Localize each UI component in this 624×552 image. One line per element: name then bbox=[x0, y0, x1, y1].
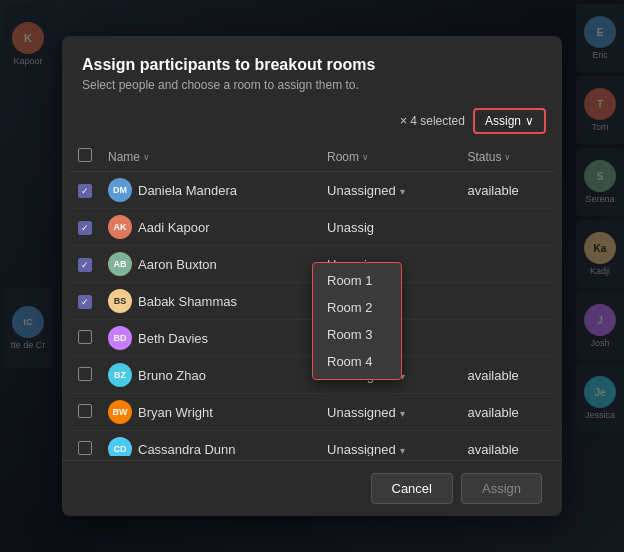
row-checkbox-cell bbox=[70, 209, 100, 246]
header-checkbox-cell bbox=[70, 142, 100, 172]
dialog-footer: Cancel Assign bbox=[62, 460, 562, 516]
assign-dialog: Assign participants to breakout rooms Se… bbox=[62, 36, 562, 516]
row-checkbox-cell bbox=[70, 246, 100, 283]
dialog-title: Assign participants to breakout rooms bbox=[82, 56, 542, 74]
person-avatar: AK bbox=[108, 215, 132, 239]
table-row: CDCassandra DunnUnassigned ▾available bbox=[70, 431, 554, 457]
row-name-cell: BDBeth Davies bbox=[100, 320, 319, 357]
row-checkbox-2[interactable] bbox=[78, 258, 92, 272]
header-room: Room ∨ bbox=[319, 142, 459, 172]
row-status-cell: available bbox=[459, 172, 554, 209]
assign-top-label: Assign bbox=[485, 114, 521, 128]
participants-table-container: Name ∨ Room ∨ Status bbox=[62, 142, 562, 456]
table-row: BWBryan WrightUnassigned ▾available bbox=[70, 394, 554, 431]
row-checkbox-cell bbox=[70, 357, 100, 394]
row-status-cell bbox=[459, 283, 554, 320]
status-sort-icon: ∨ bbox=[504, 152, 511, 162]
row-checkbox-7[interactable] bbox=[78, 441, 92, 455]
room-dropdown-indicator: ▾ bbox=[398, 408, 406, 419]
dialog-subtitle: Select people and choose a room to assig… bbox=[82, 78, 542, 92]
person-avatar: BW bbox=[108, 400, 132, 424]
person-name: Aadi Kapoor bbox=[138, 220, 210, 235]
room-option-2[interactable]: Room 2 bbox=[313, 294, 401, 321]
dialog-backdrop: Assign participants to breakout rooms Se… bbox=[0, 0, 624, 552]
row-name-cell: AKAadi Kapoor bbox=[100, 209, 319, 246]
person-name: Beth Davies bbox=[138, 331, 208, 346]
row-checkbox-cell bbox=[70, 394, 100, 431]
row-name-cell: BSBabak Shammas bbox=[100, 283, 319, 320]
row-checkbox-cell bbox=[70, 172, 100, 209]
cancel-button[interactable]: Cancel bbox=[371, 473, 453, 504]
row-room-cell[interactable]: Unassigned ▾ bbox=[319, 394, 459, 431]
person-name: Daniela Mandera bbox=[138, 183, 237, 198]
row-status-cell bbox=[459, 246, 554, 283]
person-avatar: AB bbox=[108, 252, 132, 276]
row-room-cell[interactable]: Unassigned ▾ bbox=[319, 172, 459, 209]
room-dropdown-indicator: ▾ bbox=[398, 445, 406, 456]
row-room-cell[interactable]: Unassig bbox=[319, 209, 459, 246]
row-checkbox-3[interactable] bbox=[78, 295, 92, 309]
row-checkbox-cell bbox=[70, 283, 100, 320]
dialog-header: Assign participants to breakout rooms Se… bbox=[62, 36, 562, 104]
header-name: Name ∨ bbox=[100, 142, 319, 172]
row-name-cell: CDCassandra Dunn bbox=[100, 431, 319, 457]
person-avatar: CD bbox=[108, 437, 132, 456]
row-status-cell bbox=[459, 209, 554, 246]
row-status-cell bbox=[459, 320, 554, 357]
room-option-4[interactable]: Room 4 bbox=[313, 348, 401, 375]
assign-button[interactable]: Assign bbox=[461, 473, 542, 504]
row-status-cell: available bbox=[459, 357, 554, 394]
person-name: Cassandra Dunn bbox=[138, 442, 236, 457]
row-name-cell: DMDaniela Mandera bbox=[100, 172, 319, 209]
row-checkbox-6[interactable] bbox=[78, 404, 92, 418]
row-checkbox-0[interactable] bbox=[78, 184, 92, 198]
row-name-cell: ABAaron Buxton bbox=[100, 246, 319, 283]
room-option-3[interactable]: Room 3 bbox=[313, 321, 401, 348]
row-room-cell[interactable]: Unassigned ▾ bbox=[319, 431, 459, 457]
selection-count: × 4 selected bbox=[400, 114, 465, 128]
row-checkbox-4[interactable] bbox=[78, 330, 92, 344]
selection-bar: × 4 selected Assign ∨ bbox=[62, 104, 562, 142]
row-checkbox-1[interactable] bbox=[78, 221, 92, 235]
room-option-1[interactable]: Room 1 bbox=[313, 267, 401, 294]
assign-top-button[interactable]: Assign ∨ bbox=[473, 108, 546, 134]
name-sort-icon: ∨ bbox=[143, 152, 150, 162]
row-status-cell: available bbox=[459, 394, 554, 431]
room-sort-icon: ∨ bbox=[362, 152, 369, 162]
person-avatar: DM bbox=[108, 178, 132, 202]
person-avatar: BS bbox=[108, 289, 132, 313]
row-name-cell: BWBryan Wright bbox=[100, 394, 319, 431]
header-status: Status ∨ bbox=[459, 142, 554, 172]
room-dropdown: Room 1Room 2Room 3Room 4 bbox=[312, 262, 402, 380]
person-avatar: BZ bbox=[108, 363, 132, 387]
row-checkbox-cell bbox=[70, 320, 100, 357]
table-row: DMDaniela ManderaUnassigned ▾available bbox=[70, 172, 554, 209]
row-status-cell: available bbox=[459, 431, 554, 457]
person-name: Bruno Zhao bbox=[138, 368, 206, 383]
person-name: Aaron Buxton bbox=[138, 257, 217, 272]
person-avatar: BD bbox=[108, 326, 132, 350]
row-checkbox-5[interactable] bbox=[78, 367, 92, 381]
person-name: Babak Shammas bbox=[138, 294, 237, 309]
room-dropdown-indicator: ▾ bbox=[398, 186, 406, 197]
select-all-checkbox[interactable] bbox=[78, 148, 92, 162]
assign-top-chevron: ∨ bbox=[525, 114, 534, 128]
row-checkbox-cell bbox=[70, 431, 100, 457]
table-row: AKAadi KapoorUnassig bbox=[70, 209, 554, 246]
row-name-cell: BZBruno Zhao bbox=[100, 357, 319, 394]
person-name: Bryan Wright bbox=[138, 405, 213, 420]
